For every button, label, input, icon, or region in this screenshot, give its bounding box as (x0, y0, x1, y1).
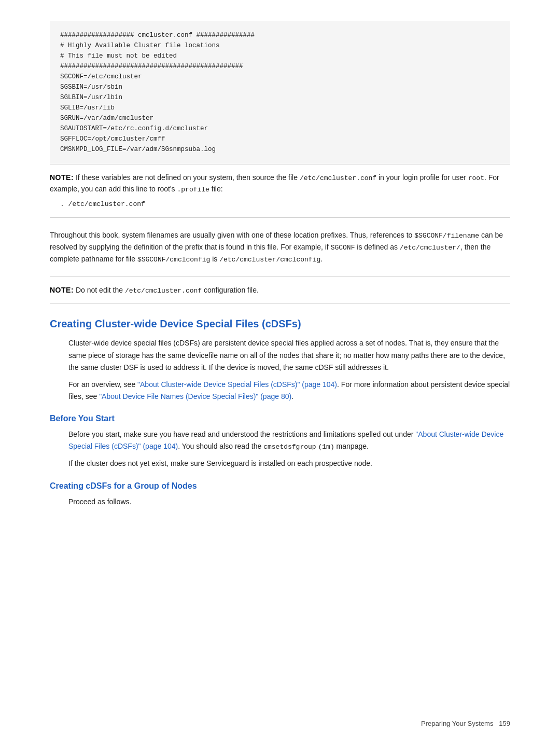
section3-heading: Creating cDSFs for a Group of Nodes (50, 481, 510, 491)
note2-text-after: configuration file. (202, 286, 259, 294)
section2-p1-after: manpage. (334, 442, 369, 450)
code-block-wrapper: ################### cmcluster.conf #####… (50, 21, 510, 164)
section1-link1[interactable]: "About Cluster-wide Device Special Files… (137, 380, 337, 389)
section1: Creating Cluster-wide Device Special Fil… (50, 318, 510, 402)
note1-inner: NOTE: If these variables are not defined… (50, 164, 510, 217)
section1-link2[interactable]: "About Device File Names (Device Special… (99, 392, 291, 400)
paragraph1-code4: $SGCONF/cmclconfig (137, 256, 210, 264)
paragraph1-code3: /etc/cmcluster/ (400, 244, 460, 252)
paragraph1-code2: SGCONF (331, 244, 355, 252)
section1-content: Cluster-wide device special files (cDSFs… (50, 337, 510, 402)
paragraph1-text-final: . (320, 255, 323, 263)
section1-heading: Creating Cluster-wide Device Special Fil… (50, 318, 510, 330)
code-block: ################### cmcluster.conf #####… (50, 21, 510, 164)
section2-code1: cmsetdsfgroup (263, 443, 316, 451)
section2-heading: Before You Start (50, 414, 510, 423)
page: ################### cmcluster.conf #####… (0, 0, 560, 746)
note1-code1: /etc/cmcluster.conf (300, 174, 376, 182)
note2-label: NOTE: (50, 286, 74, 294)
section1-paragraph1: Cluster-wide device special files (cDSFs… (68, 337, 510, 373)
note2-text: Do not edit the (74, 286, 125, 294)
section1-p2-before: For an overview, see (68, 380, 137, 389)
section2-paragraph1: Before you start, make sure you have rea… (68, 429, 510, 453)
note2-code: /etc/cmcluster.conf (125, 287, 202, 295)
section2-content: Before you start, make sure you have rea… (50, 429, 510, 470)
section2-code2: (1m) (318, 443, 334, 451)
note1-sub-code: . /etc/cmcluster.conf (60, 200, 510, 208)
note1-label: NOTE: (50, 173, 74, 182)
note1-text-before: If these variables are not defined on yo… (74, 173, 300, 182)
section2: Before You Start Before you start, make … (50, 414, 510, 470)
paragraph1-code1: $SGCONF/filename (414, 232, 479, 240)
section3-content: Proceed as follows. (50, 496, 510, 508)
paragraph1-text-end: is (210, 255, 219, 263)
paragraph1-text-before: Throughout this book, system filenames a… (50, 231, 414, 239)
section3: Creating cDSFs for a Group of Nodes Proc… (50, 481, 510, 508)
section2-p1-before: Before you start, make sure you have rea… (68, 430, 415, 438)
note1-block: NOTE: If these variables are not defined… (50, 164, 510, 218)
page-footer: Preparing Your Systems 159 (421, 720, 510, 727)
paragraph1-code5: /etc/cmcluster/cmclconfig (219, 256, 320, 264)
note1-text-end: file: (209, 185, 223, 193)
section2-paragraph2: If the cluster does not yet exist, make … (68, 458, 510, 469)
section3-paragraph1: Proceed as follows. (68, 496, 510, 508)
note1-code3: .profile (177, 186, 209, 194)
note1-code2: root (468, 174, 484, 182)
paragraph1-block: Throughout this book, system filenames a… (50, 218, 510, 277)
section1-p2-after: . (291, 392, 293, 400)
footer-page-number: 159 (499, 720, 510, 727)
note2-block: NOTE: Do not edit the /etc/cmcluster.con… (50, 277, 510, 303)
note1-text-middle: in your login profile for user (376, 173, 468, 182)
section2-p1-middle: . You should also read the (178, 442, 263, 450)
section1-paragraph2: For an overview, see "About Cluster-wide… (68, 379, 510, 403)
footer-label: Preparing Your Systems (421, 720, 493, 727)
paragraph1-content: Throughout this book, system filenames a… (50, 223, 510, 271)
paragraph1-text-middle2: is defined as (355, 243, 399, 251)
note2-inner: NOTE: Do not edit the /etc/cmcluster.con… (50, 277, 510, 303)
